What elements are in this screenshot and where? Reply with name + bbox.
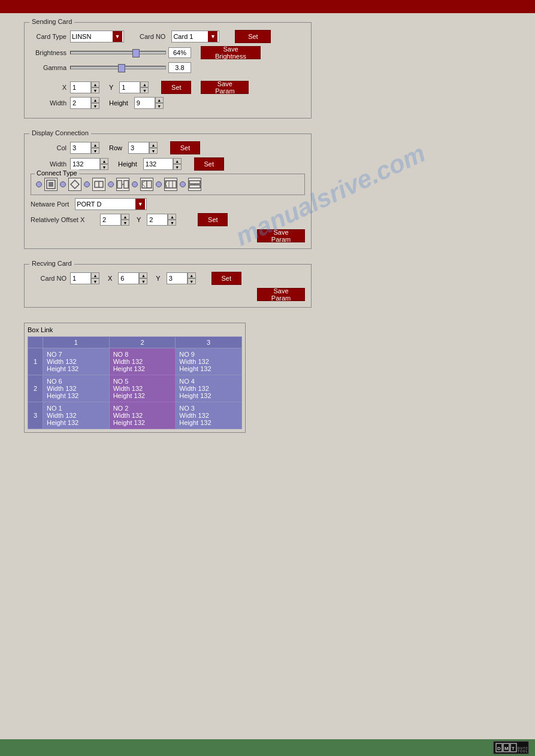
rel-y-down[interactable]: ▼: [168, 220, 176, 226]
rel-x-input[interactable]: 2: [100, 214, 121, 226]
card-type-value: LINSN: [72, 33, 91, 40]
recv-x-spinner[interactable]: 6 ▲ ▼: [118, 272, 147, 284]
card-type-dropdown[interactable]: LINSN ▼: [70, 31, 124, 42]
x-input[interactable]: 1: [70, 81, 91, 93]
table-cell-r2-c1: NO 6Width 132Height 132: [43, 375, 110, 402]
brightness-value: 64%: [168, 47, 191, 58]
recv-y-label: Y: [156, 275, 160, 282]
recv-y-input[interactable]: 3: [167, 272, 188, 284]
recv-cardno-up[interactable]: ▲: [91, 272, 99, 278]
connect-icon-4[interactable]: [116, 178, 129, 191]
svg-text:M: M: [504, 746, 509, 751]
radio-2[interactable]: [60, 181, 66, 187]
height-label-sending: Height: [109, 99, 128, 107]
connect-icon-7[interactable]: [188, 178, 201, 191]
width-label-dc: Width: [31, 160, 67, 168]
height-down-sending[interactable]: ▼: [155, 103, 164, 109]
row-spinner[interactable]: 3 ▲ ▼: [128, 142, 158, 154]
recv-x-down[interactable]: ▼: [139, 278, 147, 284]
width-down-dc[interactable]: ▼: [100, 164, 108, 170]
col-row-set-button[interactable]: Set: [170, 141, 200, 154]
svg-rect-3: [124, 181, 128, 189]
card-no-dropdown[interactable]: Card 1 ▼: [171, 31, 219, 42]
bottom-bar: D M T DUTCH MEDIA TOOLS: [0, 739, 535, 756]
row-down[interactable]: ▼: [149, 148, 158, 154]
save-param-button-dc[interactable]: Save Param: [257, 229, 305, 242]
radio-7[interactable]: [180, 181, 186, 187]
height-up-sending[interactable]: ▲: [155, 97, 164, 103]
height-spinner-sending[interactable]: 9 ▲ ▼: [134, 97, 164, 109]
rel-x-up[interactable]: ▲: [121, 214, 129, 220]
recv-x-input[interactable]: 6: [118, 272, 139, 284]
brightness-track[interactable]: [70, 51, 166, 54]
recv-y-up[interactable]: ▲: [188, 272, 196, 278]
recv-y-spinner[interactable]: 3 ▲ ▼: [167, 272, 196, 284]
brightness-thumb[interactable]: [132, 49, 140, 57]
width-spinner-sending[interactable]: 2 ▲ ▼: [70, 97, 99, 109]
radio-6[interactable]: [156, 181, 162, 187]
top-bar: [0, 0, 535, 13]
save-param-button-sending[interactable]: Save Param: [201, 81, 249, 94]
x-down-btn[interactable]: ▼: [91, 87, 99, 93]
y-down-btn[interactable]: ▼: [140, 87, 149, 93]
recv-cardno-spinner[interactable]: 1 ▲ ▼: [70, 272, 99, 284]
height-input-sending[interactable]: 9: [134, 97, 155, 109]
sending-set-button[interactable]: Set: [235, 30, 271, 43]
rel-x-down[interactable]: ▼: [121, 220, 129, 226]
col-down[interactable]: ▼: [91, 148, 99, 154]
x-spinner[interactable]: 1 ▲ ▼: [70, 81, 99, 93]
width-up-sending[interactable]: ▲: [91, 97, 99, 103]
width-input-dc[interactable]: 132: [70, 158, 100, 170]
height-down-dc[interactable]: ▼: [173, 164, 182, 170]
y-input[interactable]: 1: [119, 81, 140, 93]
wh-set-button[interactable]: Set: [194, 157, 224, 171]
connect-icon-5[interactable]: [140, 178, 153, 191]
netware-port-arrow[interactable]: ▼: [135, 199, 145, 210]
save-brightness-button[interactable]: Save Brightness: [201, 46, 261, 59]
radio-3[interactable]: [84, 181, 90, 187]
gamma-thumb[interactable]: [118, 64, 125, 72]
table-cell-r3-c2: NO 2Width 132Height 132: [109, 402, 176, 429]
rel-y-input[interactable]: 2: [147, 214, 168, 226]
save-param-button-recv[interactable]: Save Param: [257, 288, 305, 301]
height-spinner-dc[interactable]: 132 ▲ ▼: [143, 158, 182, 170]
row-up[interactable]: ▲: [149, 142, 158, 148]
width-up-dc[interactable]: ▲: [100, 158, 108, 164]
width-spinner-dc[interactable]: 132 ▲ ▼: [70, 158, 108, 170]
brightness-slider-wrap: 64%: [70, 47, 191, 58]
row-input[interactable]: 3: [128, 142, 149, 154]
radio-4[interactable]: [108, 181, 114, 187]
netware-port-dropdown[interactable]: PORT D ▼: [75, 198, 147, 210]
connect-icon-6[interactable]: [164, 178, 177, 191]
recv-set-button[interactable]: Set: [211, 272, 241, 285]
recv-x-up[interactable]: ▲: [139, 272, 147, 278]
radio-1[interactable]: [36, 181, 42, 187]
height-input-dc[interactable]: 132: [143, 158, 173, 170]
radio-5[interactable]: [132, 181, 138, 187]
set-button-2[interactable]: Set: [161, 81, 191, 94]
y-spinner[interactable]: 1 ▲ ▼: [119, 81, 149, 93]
recv-y-down[interactable]: ▼: [188, 278, 196, 284]
connect-icon-2[interactable]: [68, 178, 81, 191]
rel-set-button[interactable]: Set: [198, 213, 228, 226]
recv-cardno-input[interactable]: 1: [70, 272, 91, 284]
connect-icon-1[interactable]: [44, 178, 58, 191]
col-input[interactable]: 3: [70, 142, 91, 154]
card-no-arrow[interactable]: ▼: [208, 31, 217, 42]
width-input-sending[interactable]: 2: [70, 97, 91, 109]
connect-icon-3[interactable]: [92, 178, 105, 191]
col-up[interactable]: ▲: [91, 142, 99, 148]
height-up-dc[interactable]: ▲: [173, 158, 182, 164]
gamma-track[interactable]: [70, 66, 166, 69]
rel-x-spinner[interactable]: 2 ▲ ▼: [100, 214, 129, 226]
x-up-btn[interactable]: ▲: [91, 81, 99, 87]
width-down-sending[interactable]: ▼: [91, 103, 99, 109]
col-spinner[interactable]: 3 ▲ ▼: [70, 142, 99, 154]
dmt-logo: D M T DUTCH MEDIA TOOLS: [493, 741, 529, 754]
rel-y-up[interactable]: ▲: [168, 214, 176, 220]
recv-cardno-down[interactable]: ▼: [91, 278, 99, 284]
card-type-arrow[interactable]: ▼: [113, 31, 122, 42]
rel-y-spinner[interactable]: 2 ▲ ▼: [147, 214, 176, 226]
y-up-btn[interactable]: ▲: [140, 81, 149, 87]
recv-cardno-label: Card NO: [31, 275, 67, 282]
